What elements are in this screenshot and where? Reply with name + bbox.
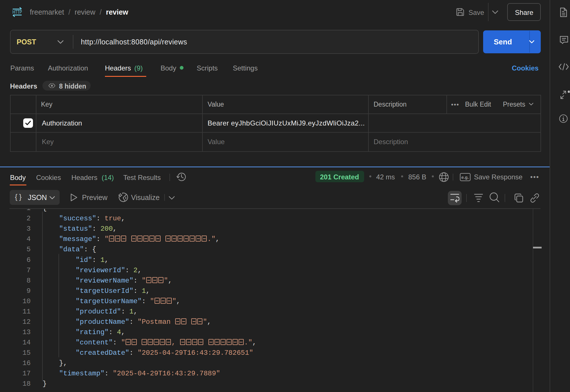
- svg-text:HTTP: HTTP: [13, 9, 22, 15]
